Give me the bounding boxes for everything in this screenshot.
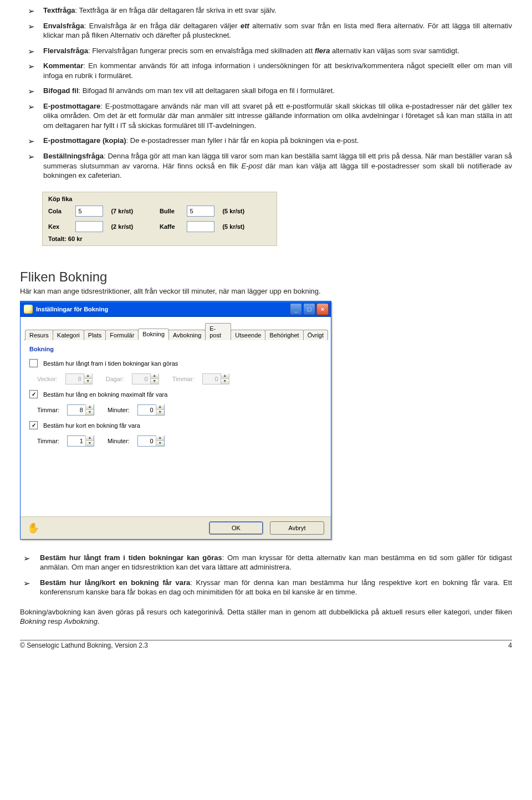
ok-button[interactable]: OK bbox=[209, 521, 263, 535]
dialog-titlebar[interactable]: Inställningar för Bokning _ □ × bbox=[21, 301, 331, 317]
spinner-label: Minuter: bbox=[108, 407, 130, 413]
minimize-button[interactable]: _ bbox=[290, 303, 302, 315]
term: Textfråga bbox=[43, 6, 75, 14]
checkbox-label: Bestäm hur kort en bokning får vara bbox=[43, 422, 140, 429]
checkbox-min-length[interactable] bbox=[29, 421, 38, 429]
definition-list: Textfråga: Textfråga är en fråga där del… bbox=[20, 6, 512, 181]
order-title: Köp fika bbox=[48, 196, 271, 202]
tab-avbokning[interactable]: Avbokning bbox=[168, 330, 206, 340]
qty-input[interactable]: 5 bbox=[75, 206, 103, 217]
term: Bestäm hur långt fram i tiden bokningar … bbox=[40, 553, 222, 562]
maximize-button[interactable]: □ bbox=[303, 303, 315, 315]
spinner-up-icon[interactable]: ▲ bbox=[156, 435, 164, 440]
spinner-down-icon[interactable]: ▼ bbox=[156, 440, 164, 446]
spinner-down-icon[interactable]: ▼ bbox=[156, 409, 164, 415]
list-item: Envalsfråga: Envalsfråga är en fråga där… bbox=[20, 21, 512, 40]
item-price: (5 kr/st) bbox=[214, 223, 271, 230]
spinner-down-icon: ▼ bbox=[84, 378, 92, 384]
cancel-button[interactable]: Avbryt bbox=[270, 521, 324, 535]
spinner-up-icon[interactable]: ▲ bbox=[156, 404, 164, 409]
tab-kategori[interactable]: Kategori bbox=[53, 330, 84, 340]
dialog-icon bbox=[24, 305, 33, 314]
spinner-input[interactable]: 0▲▼ bbox=[137, 404, 165, 416]
qty-input[interactable] bbox=[187, 221, 214, 232]
list-item: Kommentar: En kommentar används för att … bbox=[20, 61, 512, 80]
tab-övrigt[interactable]: Övrigt bbox=[303, 330, 328, 340]
checkbox-label: Bestäm hur långt fram i tiden bokningar … bbox=[43, 360, 178, 367]
list-item: Textfråga: Textfråga är en fråga där del… bbox=[20, 6, 512, 16]
definition-list-2: Bestäm hur långt fram i tiden bokningar … bbox=[20, 553, 512, 597]
term-body: : E-postmottagare används när man vill a… bbox=[43, 102, 512, 130]
item-price: (5 kr/st) bbox=[214, 208, 271, 214]
tab-utseende[interactable]: Utseende bbox=[231, 330, 265, 340]
tab-body-bokning: Bokning Bestäm hur långt fram i tiden bo… bbox=[24, 340, 328, 512]
term: Envalsfråga bbox=[43, 22, 84, 30]
spinner-down-icon[interactable]: ▼ bbox=[86, 440, 94, 446]
spinner-input[interactable]: 0▲▼ bbox=[137, 435, 165, 447]
tab-strip: ResursKategoriPlatsFormulärBokningAvbokn… bbox=[24, 320, 328, 340]
term: Bestäm hur lång/kort en bokning får vara bbox=[40, 578, 190, 587]
group-title: Bokning bbox=[29, 346, 322, 352]
item-price: (2 kr/st) bbox=[103, 223, 160, 230]
spinner-input: 0▲▼ bbox=[132, 373, 159, 384]
term-body: : En kommentar används för att infoga in… bbox=[43, 61, 512, 80]
spinner-up-icon: ▲ bbox=[221, 373, 229, 378]
checkbox-max-length[interactable] bbox=[29, 390, 38, 398]
tab-formulär[interactable]: Formulär bbox=[105, 330, 139, 340]
item-label: Bulle bbox=[160, 208, 187, 214]
term-body: : De e-postadresser man fyller i här får… bbox=[126, 136, 359, 145]
tab-e-post[interactable]: E-post bbox=[205, 323, 231, 340]
term-body: : Textfråga är en fråga där deltagaren f… bbox=[75, 6, 277, 14]
term: E-postmottagare bbox=[43, 102, 100, 110]
checkbox-limit-ahead[interactable] bbox=[29, 359, 38, 367]
spinner-label: Timmar: bbox=[37, 407, 59, 413]
spinner-down-icon[interactable]: ▼ bbox=[86, 409, 94, 415]
spinner-down-icon: ▼ bbox=[151, 378, 158, 384]
spinner-label: Veckor: bbox=[37, 376, 58, 382]
list-item: Beställningsfråga: Denna fråga gör att m… bbox=[20, 151, 512, 181]
spinner-down-icon: ▼ bbox=[221, 378, 229, 384]
term: Flervalsfråga bbox=[43, 47, 88, 55]
close-button[interactable]: × bbox=[316, 303, 329, 315]
term: Kommentar bbox=[43, 61, 83, 70]
spinner-input: 0▲▼ bbox=[202, 373, 229, 384]
list-item: E-postmottagare (kopia): De e-postadress… bbox=[20, 136, 512, 146]
spinner-label: Dagar: bbox=[106, 376, 124, 382]
tab-resurs[interactable]: Resurs bbox=[25, 330, 53, 340]
item-label: Kaffe bbox=[160, 223, 187, 230]
tab-behörighet[interactable]: Behörighet bbox=[265, 330, 303, 340]
item-price: (7 kr/st) bbox=[103, 208, 160, 214]
help-hand-icon[interactable]: ✋ bbox=[27, 523, 39, 533]
term: Beställningsfråga bbox=[43, 152, 104, 160]
tab-plats[interactable]: Plats bbox=[84, 330, 106, 340]
qty-input[interactable] bbox=[75, 221, 103, 232]
section-subtext: Här kan man ange tidsrestriktioner, allt… bbox=[20, 287, 512, 295]
settings-dialog: Inställningar för Bokning _ □ × ResursKa… bbox=[20, 301, 331, 540]
section-heading: Fliken Bokning bbox=[20, 269, 512, 285]
footer-page-number: 4 bbox=[508, 642, 512, 649]
term: E-postmottagare (kopia) bbox=[43, 136, 126, 145]
spinner-label: Timmar: bbox=[172, 376, 195, 382]
list-item: Bifogad fil: Bifogad fil används om man … bbox=[20, 86, 512, 96]
spinner-label: Minuter: bbox=[108, 438, 130, 444]
spinner-input[interactable]: 8▲▼ bbox=[67, 404, 94, 416]
order-total: Totalt: 60 kr bbox=[48, 235, 271, 242]
spinner-up-icon[interactable]: ▲ bbox=[86, 435, 94, 440]
item-label: Kex bbox=[48, 223, 75, 230]
list-item: E-postmottagare: E-postmottagare används… bbox=[20, 101, 512, 131]
item-label: Cola bbox=[48, 208, 75, 214]
term-body: : Bifogad fil används om man tex vill at… bbox=[79, 86, 335, 95]
spinner-label: Timmar: bbox=[37, 438, 59, 444]
qty-input[interactable]: 5 bbox=[187, 206, 214, 217]
dialog-title: Inställningar för Bokning bbox=[36, 306, 290, 312]
list-item: Bestäm hur långt fram i tiden bokningar … bbox=[20, 553, 512, 572]
spinner-input: 8▲▼ bbox=[65, 373, 93, 384]
order-form-preview: Köp fika Cola 5 (7 kr/st) Bulle 5 (5 kr/… bbox=[42, 192, 277, 246]
spinner-up-icon: ▲ bbox=[151, 373, 158, 378]
tab-bokning[interactable]: Bokning bbox=[138, 329, 169, 340]
spinner-input[interactable]: 1▲▼ bbox=[67, 435, 94, 447]
page-footer: © Senselogic Lathund Bokning, Version 2.… bbox=[20, 640, 512, 649]
list-item: Bestäm hur lång/kort en bokning får vara… bbox=[20, 578, 512, 597]
spinner-up-icon[interactable]: ▲ bbox=[86, 404, 94, 409]
list-item: Flervalsfråga: Flervalsfrågan fungerar p… bbox=[20, 46, 512, 56]
